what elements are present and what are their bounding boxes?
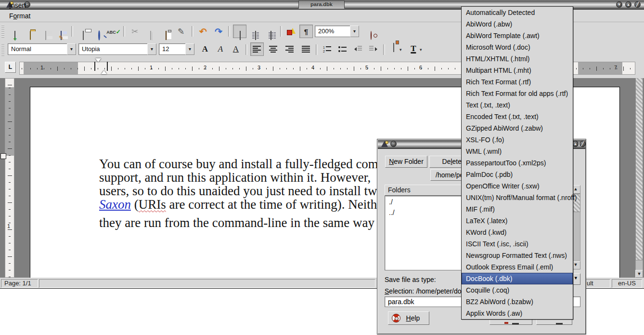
- unindent-button[interactable]: [351, 42, 365, 56]
- file-type-option[interactable]: DocBook (.dbk): [462, 273, 573, 284]
- save-button[interactable]: [39, 25, 52, 38]
- file-type-option[interactable]: AbiWord (.abw): [462, 18, 573, 30]
- undo-button[interactable]: ↶: [196, 25, 210, 38]
- selection-label: Selection: /home/peter/doc/: [385, 287, 466, 295]
- open-button[interactable]: [23, 25, 37, 38]
- font-color-button[interactable]: T: [408, 42, 419, 56]
- file-type-option[interactable]: Automatically Detected: [462, 7, 573, 18]
- file-type-option[interactable]: UNIX(tm) Nroff/Manual format (.nroff): [462, 192, 573, 203]
- language-indicator[interactable]: en-US: [612, 279, 642, 288]
- file-type-option[interactable]: Microsoft Word (.doc): [462, 41, 573, 53]
- two-columns-button[interactable]: [248, 25, 262, 38]
- one-column-icon: [240, 31, 241, 40]
- align-left-button[interactable]: [250, 42, 264, 56]
- align-center-button[interactable]: [267, 42, 280, 56]
- window-menu-button[interactable]: [390, 141, 397, 147]
- background-color-button[interactable]: [388, 42, 399, 56]
- align-right-button[interactable]: [283, 42, 296, 56]
- new-document-button[interactable]: +: [8, 25, 21, 38]
- style-combobox[interactable]: Normal ▾: [8, 43, 76, 55]
- font-size-combobox[interactable]: 12 ▾: [159, 43, 194, 55]
- file-type-option[interactable]: Applix Words (.aw): [462, 308, 573, 319]
- chevron-down-icon[interactable]: ▾: [67, 43, 76, 55]
- print-button[interactable]: [76, 25, 90, 38]
- maximize-button[interactable]: [625, 1, 631, 8]
- file-type-option[interactable]: GZipped AbiWord (.zabw): [462, 122, 573, 134]
- show-formatting-marks-button[interactable]: ¶: [299, 25, 313, 38]
- zoom-combobox[interactable]: 200% ▾: [315, 26, 359, 37]
- font-value[interactable]: Utopia: [78, 43, 147, 55]
- numbered-list-icon: 12: [323, 46, 332, 53]
- font-size-value[interactable]: 12: [159, 43, 185, 55]
- align-justify-button[interactable]: [299, 42, 313, 56]
- vertical-ruler[interactable]: 1: [5, 78, 14, 278]
- chevron-down-icon[interactable]: ▾: [420, 47, 422, 52]
- file-type-option[interactable]: PassepartoutToo (.xml2ps): [462, 157, 573, 169]
- file-type-option[interactable]: OpenOffice Writer (.sxw): [462, 180, 573, 192]
- insert-symbol-button[interactable]: [284, 25, 297, 38]
- spellcheck-icon: ABC✓: [106, 27, 121, 36]
- chevron-down-icon[interactable]: ▾: [399, 47, 402, 52]
- file-type-option[interactable]: Rich Text Format for old apps (.rtf): [462, 88, 573, 99]
- font-combobox[interactable]: Utopia ▾: [78, 43, 156, 55]
- file-type-option[interactable]: KWord (.kwd): [462, 227, 573, 238]
- toolbar-handle[interactable]: [1, 43, 4, 56]
- help-button[interactable]: [364, 25, 377, 38]
- one-column-button[interactable]: [233, 25, 246, 38]
- spellcheck-button[interactable]: ABC✓: [107, 25, 120, 38]
- menu-item[interactable]: Insert: [4, 0, 49, 11]
- style-value[interactable]: Normal: [8, 43, 67, 55]
- bullet-list-button[interactable]: [336, 42, 349, 56]
- save-as-button[interactable]: ✎: [54, 25, 67, 38]
- file-type-option[interactable]: LaTeX (.latex): [462, 215, 573, 227]
- chevron-down-icon[interactable]: ▾: [185, 43, 194, 55]
- numbered-list-button[interactable]: 12: [321, 42, 334, 56]
- ruler-number: 6: [419, 65, 422, 70]
- file-type-option[interactable]: AbiWord Template (.awt): [462, 30, 573, 41]
- toolbar-handle[interactable]: [1, 25, 4, 38]
- help-button[interactable]: Help: [388, 311, 429, 325]
- margin-handle[interactable]: [0, 153, 6, 159]
- file-type-option[interactable]: ISCII Text (.isc, .iscii): [462, 238, 573, 250]
- file-type-option[interactable]: HTML/XHTML (.html): [462, 53, 573, 65]
- file-type-option[interactable]: Outlook Express Email (.eml): [462, 261, 573, 273]
- file-type-option[interactable]: BZ2 AbiWord (.bzabw): [462, 296, 573, 308]
- file-type-option[interactable]: Text (.txt, .text): [462, 99, 573, 111]
- tab-selector-button[interactable]: L: [5, 62, 16, 73]
- file-type-option[interactable]: Multipart HTML (.mht): [462, 65, 573, 76]
- redo-button[interactable]: ↷: [212, 25, 225, 38]
- zoom-value[interactable]: 200%: [315, 26, 350, 37]
- toolbar-separator: [123, 26, 125, 37]
- file-type-option[interactable]: MIF (.mif): [462, 203, 573, 215]
- file-type-option[interactable]: Rich Text Format (.rtf): [462, 76, 573, 88]
- scrollbar-thumb[interactable]: [635, 78, 643, 260]
- file-type-option[interactable]: WML (.wml): [462, 146, 573, 157]
- bold-button[interactable]: A: [198, 42, 212, 56]
- file-type-option[interactable]: XSL-FO (.fo): [462, 134, 573, 146]
- menu-item[interactable]: Format: [4, 11, 49, 21]
- file-type-option[interactable]: Coquille (.coq): [462, 284, 573, 296]
- chevron-down-icon[interactable]: ▾: [147, 43, 156, 55]
- indent-button[interactable]: [367, 42, 380, 56]
- close-button[interactable]: [580, 141, 586, 147]
- indent-marker[interactable]: [94, 62, 101, 71]
- print-preview-button[interactable]: [91, 25, 105, 38]
- file-type-option[interactable]: PalmDoc (.pdb): [462, 169, 573, 180]
- paste-button[interactable]: [159, 25, 172, 38]
- three-columns-button[interactable]: [264, 25, 277, 38]
- file-type-option[interactable]: Encoded Text (.txt, .text): [462, 111, 573, 122]
- scroll-down-icon[interactable]: ▼: [635, 270, 643, 278]
- italic-button[interactable]: A: [214, 42, 227, 56]
- format-painter-button[interactable]: ✎: [174, 25, 188, 38]
- close-button[interactable]: [634, 1, 641, 8]
- new-folder-button[interactable]: New Folder: [385, 156, 427, 168]
- vertical-scrollbar[interactable]: ▲ ▼: [635, 78, 643, 278]
- underline-button[interactable]: A: [229, 42, 243, 56]
- hyperlink[interactable]: Saxon: [99, 197, 131, 212]
- ruler-number: 3: [258, 65, 260, 70]
- copy-button[interactable]: [143, 25, 157, 38]
- file-type-option[interactable]: Newsgroup Formatted Text (.nws): [462, 250, 573, 261]
- chevron-down-icon[interactable]: ▾: [350, 26, 359, 37]
- cut-button[interactable]: ✂: [128, 25, 142, 38]
- minimize-button[interactable]: [616, 1, 622, 8]
